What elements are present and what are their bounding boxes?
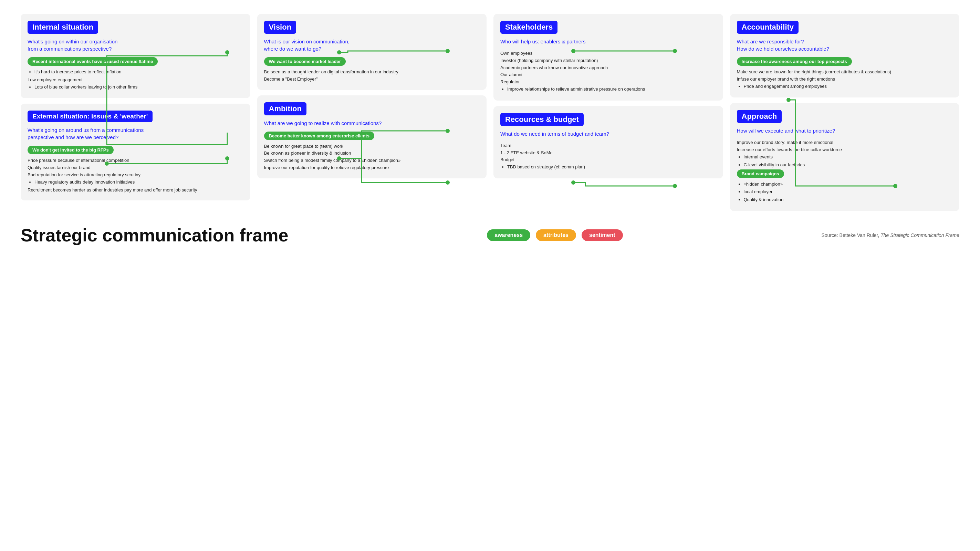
accountability-body: Make sure we are known for the right thi… (737, 68, 953, 90)
legend-sentiment: sentiment (582, 229, 623, 241)
approach-title: Approach (737, 110, 782, 123)
stakeholders-subtitle: Who will help us: enablers & partners (500, 38, 716, 45)
column-internal: Internal situation What's going on withi… (21, 14, 250, 211)
approach-subtitle: How will we execute and what to prioriti… (737, 127, 953, 134)
accountability-card: Accountability What are we responsible f… (730, 14, 960, 97)
accountability-subtitle: What are we responsible for?How do we ho… (737, 38, 953, 53)
external-situation-subtitle: What's going on around us from a communi… (27, 126, 243, 141)
vision-highlight-1: We want to become market leader (264, 57, 346, 66)
accountability-title: Accountability (737, 21, 799, 34)
external-highlight-1: We don't get invited to the big RFPs (27, 146, 114, 154)
approach-highlight-1: Brand campaigns (737, 169, 784, 178)
column-vision: Vision What is our vision on communicati… (257, 14, 487, 211)
approach-body-top: Improve our brand story: make it more em… (737, 139, 953, 169)
vision-card: Vision What is our vision on communicati… (257, 14, 487, 90)
legend-attributes: attributes (536, 229, 576, 241)
external-situation-title: External situation: issues & 'weather' (27, 111, 153, 122)
legend-awareness: awareness (487, 229, 530, 241)
footer-source: Source: Betteke Van Ruler, The Strategic… (821, 233, 959, 238)
external-body: Price pressure because of international … (27, 157, 243, 194)
ambition-highlight-1: Become better known among enterprise cli… (264, 132, 375, 140)
vision-title: Vision (264, 21, 296, 34)
ambition-body: Be known for great place to (team) work … (264, 143, 480, 172)
resources-subtitle: What do we need in terms of budget and t… (500, 130, 716, 137)
internal-highlight-1: Recent international events have caused … (27, 57, 158, 66)
external-situation-card: External situation: issues & 'weather' W… (21, 104, 250, 201)
column-accountability: Accountability What are we responsible f… (730, 14, 960, 211)
footer: Strategic communication frame awareness … (0, 211, 980, 252)
footer-title: Strategic communication frame (21, 225, 288, 245)
column-stakeholders: Stakeholders Who will help us: enablers … (493, 14, 723, 211)
approach-card: Approach How will we execute and what to… (730, 103, 960, 211)
internal-situation-title: Internal situation (27, 21, 98, 34)
ambition-subtitle: What are we going to realize with commun… (264, 119, 480, 127)
main-grid: Internal situation What's going on withi… (0, 0, 980, 211)
stakeholders-title: Stakeholders (500, 21, 557, 34)
ambition-card: Ambition What are we going to realize wi… (257, 96, 487, 178)
resources-title: Recources & budget (500, 113, 584, 126)
footer-legend: awareness attributes sentiment (487, 229, 622, 241)
resources-card: Recources & budget What do we need in te… (493, 106, 723, 178)
internal-body: it's hard to increase prices to reflect … (27, 68, 243, 91)
vision-body: Be seen as a thought leader on digital t… (264, 68, 480, 83)
internal-situation-subtitle: What's going on within our organisationf… (27, 38, 243, 53)
accountability-highlight-1: Increase the awareness among our top pro… (737, 57, 852, 66)
internal-situation-card: Internal situation What's going on withi… (21, 14, 250, 98)
resources-body: Team 1 - 2 FTE website & SoMe Budget TBD… (500, 142, 716, 171)
stakeholders-card: Stakeholders Who will help us: enablers … (493, 14, 723, 100)
approach-body-bottom: «hidden champion» local employer Quality… (737, 181, 953, 204)
vision-subtitle: What is our vision on communication,wher… (264, 38, 480, 53)
ambition-title: Ambition (264, 102, 307, 115)
stakeholders-body: Own employees Investor (holding company … (500, 50, 716, 93)
